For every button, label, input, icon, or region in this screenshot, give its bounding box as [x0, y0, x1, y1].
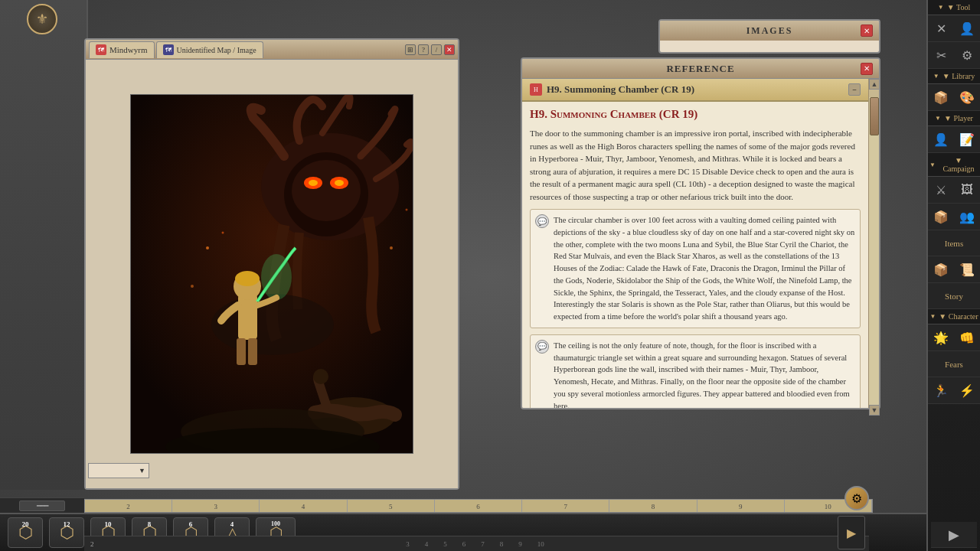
ref-header-title: H9. Summoning Chamber (CR 19) — [547, 83, 694, 96]
ref-body: H9. Summoning Chamber (CR 19) The door t… — [522, 102, 868, 408]
ruler-mark-4: 4 — [260, 500, 347, 512]
map-settings-btn[interactable]: ⊞ — [405, 44, 416, 55]
sidebar-character-header: ▼ ▼ Character — [928, 309, 980, 324]
svg-point-21 — [191, 285, 194, 288]
sidebar-tool-header: ▼ ▼ Tool — [928, 0, 980, 15]
library-modules-btn[interactable]: 📦 — [928, 84, 954, 110]
campaign-items-label[interactable]: Items — [928, 230, 980, 256]
svg-point-23 — [406, 209, 408, 211]
ref-desc-text: The door to the summoning chamber is an … — [530, 127, 861, 203]
tool-cut-btn[interactable]: ✂ — [928, 42, 954, 68]
ruler-mark-9: 9 — [697, 500, 785, 512]
campaign-row-1: ⚔ 🖼 — [928, 177, 980, 204]
svg-point-11 — [235, 271, 260, 286]
svg-point-16 — [313, 369, 328, 384]
svg-point-20 — [222, 232, 224, 234]
right-sidebar: ▼ ▼ Tool ✕ 👤 ✂ ⚙ ▼ ▼ Library 📦 🎨 ▼ ▼ Pla… — [926, 0, 980, 551]
sidebar-expand-btn[interactable]: ▶ — [931, 522, 977, 548]
map-tab-unidentified[interactable]: 🗺 Unidentified Map / Image — [156, 41, 263, 58]
char-skills-btn[interactable]: ⚡ — [954, 377, 980, 403]
campaign-parcels-btn[interactable]: 📦 — [928, 256, 954, 282]
left-panel — [0, 0, 88, 490]
tool-close-btn[interactable]: ✕ — [928, 15, 954, 41]
ref-close-btn[interactable]: ✕ — [861, 63, 873, 75]
char-races-btn[interactable]: 🏃 — [928, 377, 954, 403]
player-character-btn[interactable]: 👤 — [928, 126, 954, 152]
campaign-quests-btn[interactable]: 📜 — [954, 256, 980, 282]
svg-point-6 — [309, 180, 318, 186]
bottom-bar: ⬡ 20 ⬡ 12 ⬡ 10 ⬡ 8 ⬡ 6 △ 4 ⬡ 100 2 3 4 5… — [0, 513, 926, 551]
char-feats-btn[interactable]: 👊 — [954, 324, 980, 350]
scrollbar-up-btn[interactable]: ▲ — [869, 79, 880, 90]
app-logo[interactable]: ⚜ — [27, 4, 57, 34]
ref-chat-text-1: The circular chamber is over 100 feet ac… — [554, 214, 855, 323]
logo-area: ⚜ — [4, 4, 80, 34]
campaign-row-3: 📦 📜 — [928, 256, 980, 283]
left-scroll-thumb[interactable]: ━━━ — [19, 500, 65, 511]
scrollbar-thumb[interactable] — [870, 97, 879, 135]
ruler-mark-5: 5 — [348, 500, 435, 512]
tool-settings-btn[interactable]: ⚙ — [954, 42, 980, 68]
campaign-images-btn[interactable]: 🖼 — [954, 177, 980, 203]
char-fears-label[interactable]: Fears — [928, 351, 980, 377]
campaign-items-btn[interactable]: 📦 — [928, 204, 954, 230]
char-classes-btn[interactable]: 🌟 — [928, 324, 954, 350]
ref-scrollbar[interactable]: ▲ ▼ — [868, 79, 879, 408]
scrollbar-down-btn[interactable]: ▼ — [869, 405, 880, 416]
dice-d20-btn[interactable]: ⬡ 20 — [8, 517, 43, 548]
campaign-story-label[interactable]: Story — [928, 283, 980, 309]
campaign-npcs-btn[interactable]: 👥 — [954, 204, 980, 230]
ref-h9-title: H9. Summoning Chamber (CR 19) — [530, 108, 861, 121]
map-content — [86, 60, 458, 488]
campaign-row-2: 📦 👥 — [928, 204, 980, 230]
ref-chat-icon-2: 💬 — [535, 340, 549, 354]
library-assets-btn[interactable]: 🎨 — [954, 84, 980, 110]
map-tab-mindwyrm[interactable]: 🗺 Mindwyrm — [89, 41, 155, 58]
tool-btn-row-1: ✕ 👤 — [928, 15, 980, 42]
ruler-mark-8: 8 — [609, 500, 697, 512]
map-tab-icon: 🗺 — [96, 44, 106, 55]
map-tab2-icon: 🗺 — [163, 44, 174, 55]
player-notes-btn[interactable]: 📝 — [954, 126, 980, 152]
svg-point-3 — [292, 160, 361, 221]
tool-user-btn[interactable]: 👤 — [954, 15, 980, 41]
ref-chat-block-2: 💬 The ceiling is not the only feature of… — [530, 334, 861, 408]
page-num-left: 2 — [90, 540, 94, 548]
images-titlebar: Images — [660, 21, 879, 41]
campaign-section-label: ▼ Campaign — [939, 156, 978, 173]
campaign-encounters-btn[interactable]: ⚔ — [928, 177, 954, 203]
ref-titlebar: Reference ✕ — [522, 59, 879, 79]
ref-title: Reference — [666, 63, 734, 75]
svg-point-8 — [211, 294, 334, 355]
library-btn-row: 📦 🎨 — [928, 84, 980, 111]
page-marks: 3 4 5 6 7 8 9 10 — [406, 540, 544, 548]
dice-d12-btn[interactable]: ⬡ 12 — [49, 517, 84, 548]
map-minimize-btn[interactable]: / — [431, 44, 442, 55]
chat-expand-btn[interactable]: ▶ — [838, 516, 865, 549]
map-help-btn[interactable]: ? — [418, 44, 429, 55]
tool-section-label: ▼ Tool — [947, 3, 970, 11]
map-window-controls: ⊞ ? / ✕ — [405, 44, 455, 55]
images-close-btn[interactable]: ✕ — [861, 24, 873, 37]
sidebar-campaign-header: ▼ ▼ Campaign — [928, 153, 980, 177]
svg-point-22 — [390, 246, 393, 249]
player-section-label: ▼ Player — [944, 114, 973, 122]
svg-point-7 — [335, 180, 344, 186]
ruler-mark-3: 3 — [172, 500, 260, 512]
ref-header-icon: H — [530, 83, 542, 96]
images-title: Images — [746, 25, 793, 37]
ruler-mark-2: 2 — [85, 500, 172, 512]
map-scale-dropdown[interactable]: ▼ — [88, 463, 149, 478]
left-panel-scroll: ━━━ — [0, 497, 84, 513]
map-ruler: 2 3 4 5 6 7 8 9 10 — [84, 499, 873, 513]
map-window: 🗺 Mindwyrm 🗺 Unidentified Map / Image ⊞ … — [84, 38, 459, 490]
sidebar-library-header: ▼ ▼ Library — [928, 69, 980, 84]
library-section-label: ▼ Library — [942, 72, 975, 80]
svg-rect-13 — [237, 338, 246, 365]
ruler-mark-6: 6 — [435, 500, 522, 512]
map-close-btn[interactable]: ✕ — [444, 44, 455, 55]
character-section-label: ▼ Character — [939, 312, 978, 321]
ref-collapse-btn[interactable]: − — [848, 83, 861, 96]
sidebar-player-header: ▼ ▼ Player — [928, 111, 980, 126]
map-corner-icon[interactable]: ⚙ — [844, 486, 869, 510]
